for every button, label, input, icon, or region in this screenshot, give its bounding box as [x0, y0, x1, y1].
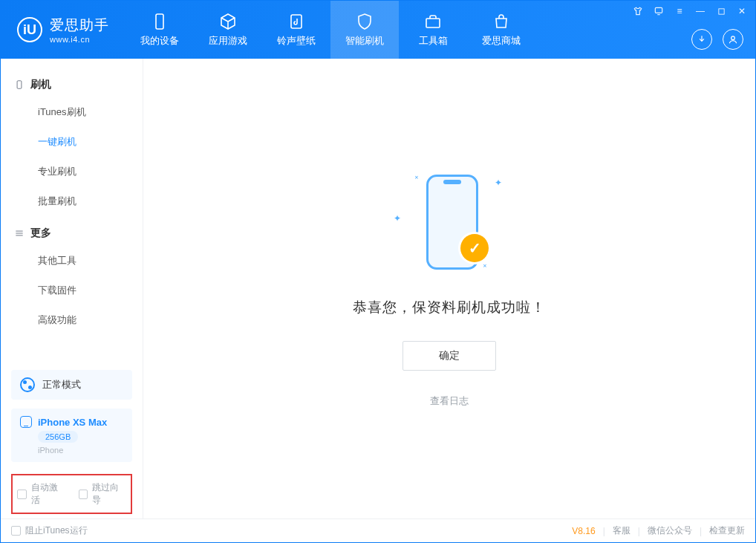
checkbox-label: 跳过向导 — [92, 481, 126, 507]
phone-small-icon — [20, 416, 32, 428]
footer-link-service[interactable]: 客服 — [613, 524, 630, 537]
cube-icon — [218, 12, 238, 31]
sidebar-item-batch-flash[interactable]: 批量刷机 — [1, 186, 143, 216]
checkbox-block-itunes[interactable]: 阻止iTunes运行 — [11, 524, 88, 537]
device-name: iPhone XS Max — [38, 417, 107, 428]
success-message: 恭喜您，保资料刷机成功啦！ — [353, 298, 546, 317]
tab-label: 爱思商城 — [482, 34, 521, 48]
footer-link-wechat[interactable]: 微信公众号 — [648, 524, 692, 537]
view-log-link[interactable]: 查看日志 — [430, 394, 469, 408]
version-label: V8.16 — [572, 526, 595, 536]
sidebar-item-itunes-flash[interactable]: iTunes刷机 — [1, 97, 143, 127]
mode-icon — [20, 377, 35, 392]
checkbox-label: 阻止iTunes运行 — [25, 524, 88, 537]
ok-button[interactable]: 确定 — [403, 341, 496, 371]
device-mode-card[interactable]: 正常模式 — [11, 370, 132, 400]
checkbox-label: 自动激活 — [31, 481, 65, 507]
device-card[interactable]: iPhone XS Max 256GB iPhone — [11, 409, 132, 462]
sidebar-item-other-tools[interactable]: 其他工具 — [1, 246, 143, 276]
check-badge-icon: ✓ — [460, 234, 489, 262]
sparkle-icon: ✦ — [394, 213, 401, 224]
options-highlight: 自动激活 跳过向导 — [11, 474, 132, 514]
toolbox-icon — [423, 12, 443, 31]
shield-icon — [355, 12, 374, 31]
tab-store[interactable]: 爱思商城 — [467, 1, 535, 59]
checkbox-skip-guide[interactable]: 跳过向导 — [79, 481, 127, 507]
sidebar-group-flash: 刷机 — [1, 72, 143, 97]
menu-icon[interactable]: ≡ — [674, 5, 685, 17]
sidebar-group-title: 刷机 — [30, 78, 51, 91]
app-header: iU 爱思助手 www.i4.cn 我的设备 应用游戏 铃声壁纸 智能刷机 工具… — [1, 1, 755, 59]
list-icon — [14, 228, 25, 238]
phone-icon — [150, 12, 169, 31]
footer-link-update[interactable]: 检查更新 — [709, 524, 745, 537]
close-button[interactable]: ✕ — [736, 5, 748, 17]
tab-my-device[interactable]: 我的设备 — [126, 1, 194, 59]
app-title: 爱思助手 — [50, 16, 109, 35]
maximize-button[interactable] — [715, 5, 727, 17]
svg-rect-3 — [655, 7, 662, 13]
account-button[interactable] — [723, 29, 743, 50]
device-type: iPhone — [38, 446, 63, 455]
svg-rect-4 — [718, 8, 723, 13]
sidebar: 刷机 iTunes刷机 一键刷机 专业刷机 批量刷机 更多 其他工具 下载固件 … — [1, 59, 143, 518]
device-capacity: 256GB — [38, 431, 78, 443]
svg-rect-0 — [156, 14, 163, 29]
sidebar-item-pro-flash[interactable]: 专业刷机 — [1, 157, 143, 186]
feedback-icon[interactable] — [653, 5, 665, 17]
tab-label: 铃声壁纸 — [277, 34, 316, 48]
tab-ringtones[interactable]: 铃声壁纸 — [262, 1, 330, 59]
tab-label: 我的设备 — [140, 34, 179, 48]
logo-icon: iU — [17, 17, 42, 42]
sidebar-group-title: 更多 — [30, 227, 51, 240]
svg-rect-6 — [17, 81, 22, 89]
app-logo: iU 爱思助手 www.i4.cn — [1, 1, 126, 59]
svg-rect-1 — [291, 15, 302, 28]
tab-label: 应用游戏 — [209, 34, 247, 48]
status-bar: 阻止iTunes运行 V8.16 | 客服 | 微信公众号 | 检查更新 — [1, 518, 755, 542]
main-pane: ✦ ✦ + + ✓ 恭喜您，保资料刷机成功啦！ 确定 查看日志 — [143, 59, 755, 518]
success-illustration: ✦ ✦ + + ✓ — [394, 170, 505, 274]
minimize-button[interactable]: — — [694, 5, 706, 17]
tab-label: 工具箱 — [419, 34, 448, 48]
tab-toolbox[interactable]: 工具箱 — [399, 1, 467, 59]
sidebar-item-oneclick-flash[interactable]: 一键刷机 — [1, 127, 143, 157]
sparkle-icon: + — [480, 261, 489, 270]
tab-label: 智能刷机 — [345, 34, 384, 48]
download-button[interactable] — [691, 29, 712, 50]
tab-apps-games[interactable]: 应用游戏 — [194, 1, 262, 59]
nav-tabs: 我的设备 应用游戏 铃声壁纸 智能刷机 工具箱 爱思商城 — [126, 1, 535, 59]
sidebar-item-download-firmware[interactable]: 下载固件 — [1, 276, 143, 305]
app-url: www.i4.cn — [50, 35, 109, 44]
sparkle-icon: + — [412, 172, 421, 181]
device-mode-label: 正常模式 — [42, 378, 81, 391]
svg-rect-2 — [426, 19, 440, 27]
sidebar-item-advanced[interactable]: 高级功能 — [1, 305, 143, 335]
tshirt-icon[interactable] — [632, 5, 644, 17]
checkbox-auto-activate[interactable]: 自动激活 — [17, 481, 65, 507]
svg-point-5 — [731, 36, 735, 40]
sparkle-icon: ✦ — [495, 178, 502, 188]
bag-icon — [492, 12, 511, 31]
music-icon — [287, 12, 306, 31]
tab-smart-flash[interactable]: 智能刷机 — [330, 1, 399, 59]
device-icon — [14, 79, 25, 90]
sidebar-group-more: 更多 — [1, 221, 143, 246]
